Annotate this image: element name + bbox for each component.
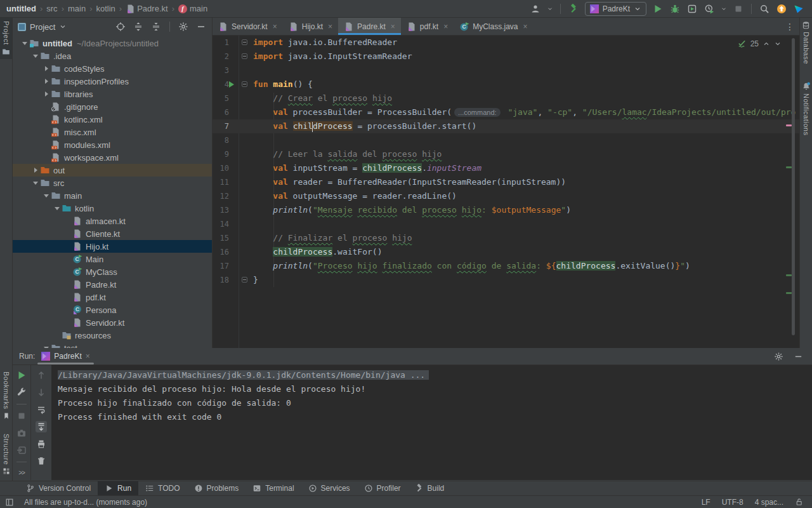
soft-wrap-icon[interactable] — [36, 404, 47, 415]
code-line-15[interactable]: 15 // Finalizar el proceso hijo — [213, 231, 799, 245]
code-line-4[interactable]: 4fun main() { — [213, 77, 799, 91]
tree-arrow-icon[interactable] — [42, 79, 51, 84]
breadcrumb-item[interactable]: untitled — [6, 4, 36, 13]
user-menu-icon[interactable] — [530, 3, 541, 15]
code-line-5[interactable]: 5 // Crear el proceso hijo — [213, 91, 799, 105]
run-gutter-icon[interactable] — [229, 81, 234, 88]
tree-item-out[interactable]: out — [13, 164, 212, 177]
code-editor[interactable]: 1import java.io.BufferedReader2import ja… — [213, 36, 799, 348]
error-stripe-mark[interactable] — [786, 274, 792, 276]
close-icon[interactable]: × — [86, 352, 90, 361]
lock-icon[interactable] — [795, 498, 803, 506]
breadcrumb-item[interactable]: main — [68, 4, 86, 13]
code-line-14[interactable]: 14 — [213, 217, 799, 231]
code-line-10[interactable]: 10 val inputStream = childProcess.inputS… — [213, 161, 799, 175]
tree-item-hijo-kt[interactable]: Hijo.kt — [13, 240, 212, 253]
tree-item-resources[interactable]: resources — [13, 329, 212, 342]
profiler-icon[interactable] — [704, 3, 715, 15]
code-line-3[interactable]: 3 — [213, 64, 799, 77]
editor-tab-servidor-kt[interactable]: Servidor.kt× — [213, 18, 283, 35]
tree-arrow-icon[interactable] — [20, 42, 29, 45]
close-icon[interactable]: × — [523, 22, 528, 31]
tool-window-button-structure[interactable]: Structure — [0, 431, 12, 478]
run-tab[interactable]: PadreKt × — [35, 348, 96, 364]
close-icon[interactable]: × — [443, 22, 448, 31]
tool-window-button-terminal[interactable]: Terminal — [246, 481, 301, 495]
import-icon[interactable] — [16, 444, 27, 456]
code-line-7[interactable]: 7 val childProcess = processBuilder.star… — [213, 119, 799, 133]
tree-item--gitignore[interactable]: .gitignore — [13, 100, 212, 113]
code-line-9[interactable]: 9 // Leer la salida del proceso hijo — [213, 147, 799, 161]
tool-window-button-todo[interactable]: TODO — [138, 481, 187, 495]
more-actions-label[interactable]: >> — [18, 469, 25, 476]
tool-window-button-run[interactable]: Run — [98, 481, 138, 495]
debug-icon[interactable] — [669, 3, 681, 15]
update-available-icon[interactable] — [776, 3, 787, 15]
rerun-icon[interactable] — [16, 370, 27, 381]
breadcrumb-item[interactable]: fmain — [178, 4, 207, 13]
tool-window-button-notifications[interactable]: Notifications — [800, 79, 812, 138]
project-panel-title[interactable]: Project — [30, 22, 55, 32]
tool-window-button-problems[interactable]: Problems — [187, 481, 246, 495]
tree-item-test[interactable]: test — [13, 342, 212, 348]
editor-tab-hijo-kt[interactable]: Hijo.kt× — [283, 18, 338, 35]
run-config-combo[interactable]: PadreKt — [585, 2, 646, 16]
tree-arrow-icon[interactable] — [42, 194, 51, 197]
edit-configuration-wrench-icon[interactable] — [16, 387, 27, 398]
code-line-18[interactable]: 18} — [213, 273, 799, 287]
hide-panel-icon[interactable] — [794, 352, 803, 361]
tool-window-switcher-icon[interactable] — [5, 498, 14, 507]
build-hammer-icon[interactable] — [568, 3, 579, 15]
stop-icon[interactable] — [16, 410, 27, 422]
tree-item-servidor-kt[interactable]: Servidor.kt — [13, 316, 212, 329]
tree-item--idea[interactable]: .idea — [13, 50, 212, 62]
collapse-all-icon[interactable] — [150, 21, 162, 32]
chevron-down-icon[interactable] — [59, 23, 67, 30]
code-line-8[interactable]: 8 — [213, 133, 799, 147]
coverage-icon[interactable] — [686, 3, 698, 15]
encoding-indicator[interactable]: UTF-8 — [722, 498, 743, 507]
tree-item-workspace-xml[interactable]: workspace.xml — [13, 151, 212, 164]
tree-item-untitled[interactable]: untitled~/IdeaProjects/untitled — [13, 37, 212, 50]
editor-tab-myclass-java[interactable]: CMyClass.java× — [454, 18, 533, 35]
print-icon[interactable] — [36, 438, 47, 450]
breadcrumb-item[interactable]: kotlin — [96, 4, 115, 13]
tree-arrow-icon[interactable] — [53, 207, 62, 210]
tree-arrow-icon[interactable] — [31, 182, 40, 185]
tool-window-button-project[interactable]: Project — [0, 18, 12, 59]
ide-logo-icon[interactable] — [793, 3, 804, 15]
tree-item-kotlinc-xml[interactable]: kotlinc.xml — [13, 113, 212, 126]
line-ending-indicator[interactable]: LF — [702, 498, 710, 507]
tool-window-button-database[interactable]: Database — [800, 18, 812, 67]
fold-marker-icon[interactable] — [242, 39, 247, 45]
error-stripe-mark[interactable] — [786, 124, 792, 126]
tree-item-inspectionprofiles[interactable]: inspectionProfiles — [13, 75, 212, 88]
editor-tab-padre-kt[interactable]: Padre.kt× — [338, 18, 401, 35]
tree-item-main[interactable]: CMain — [13, 253, 212, 265]
tree-arrow-icon[interactable] — [42, 91, 51, 97]
vcs-status-message[interactable]: All files are up-to-d... (moments ago) — [24, 498, 147, 507]
hide-panel-icon[interactable] — [195, 21, 207, 32]
tree-item-modules-xml[interactable]: modules.xml — [13, 138, 212, 151]
tree-arrow-icon[interactable] — [31, 168, 40, 173]
chevron-down-icon[interactable] — [721, 3, 727, 15]
tree-item-kotlin[interactable]: kotlin — [13, 202, 212, 215]
clear-all-trash-icon[interactable] — [36, 455, 47, 467]
tab-options-icon[interactable]: ⋮ — [785, 18, 799, 35]
fold-marker-icon[interactable] — [242, 53, 247, 59]
close-icon[interactable]: × — [328, 22, 332, 31]
tree-item-misc-xml[interactable]: misc.xml — [13, 126, 212, 138]
stop-icon[interactable] — [733, 3, 744, 15]
tree-item-pdf-kt[interactable]: pdf.kt — [13, 291, 212, 304]
code-line-12[interactable]: 12 val outputMessage = reader.readLine() — [213, 189, 799, 203]
code-line-2[interactable]: 2import java.io.InputStreamReader — [213, 50, 799, 64]
run-icon[interactable] — [652, 3, 664, 15]
tree-item-libraries[interactable]: libraries — [13, 88, 212, 100]
code-line-13[interactable]: 13 println("Mensaje recibido del proceso… — [213, 203, 799, 217]
code-line-16[interactable]: 16 childProcess.waitFor() — [213, 245, 799, 259]
error-stripe-mark[interactable] — [786, 166, 792, 168]
search-everywhere-icon[interactable] — [759, 3, 770, 15]
tool-window-button-version-control[interactable]: Version Control — [19, 481, 98, 495]
snapshot-camera-icon[interactable] — [16, 427, 27, 439]
tool-window-button-services[interactable]: Services — [301, 481, 357, 495]
